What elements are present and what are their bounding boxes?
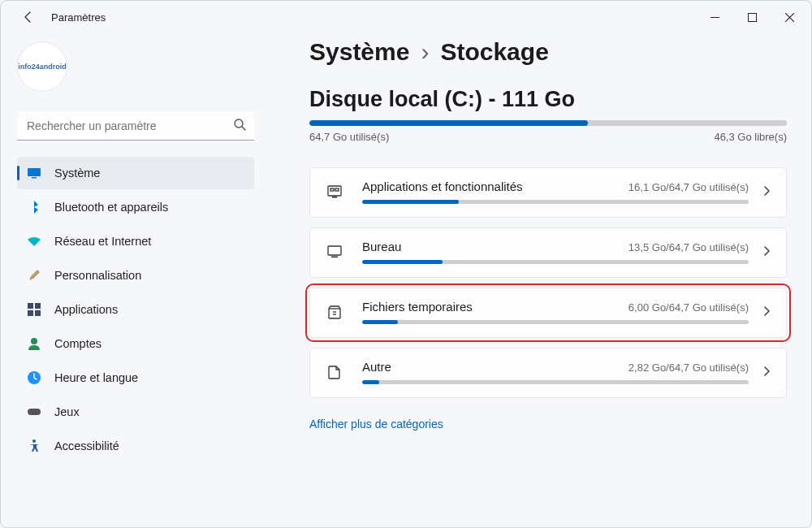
nav-label: Bluetooth et appareils	[54, 201, 168, 214]
svg-rect-1	[748, 13, 756, 21]
svg-rect-17	[335, 188, 339, 191]
main-content: Système › Stockage Disque local (C:) - 1…	[269, 33, 811, 527]
chevron-right-icon: ›	[421, 38, 429, 66]
category-bar	[362, 260, 749, 264]
category-icon	[325, 242, 344, 262]
category-icon	[325, 302, 344, 322]
nav-item-time-language[interactable]: Heure et langue	[17, 361, 254, 394]
disk-usage-bar	[309, 120, 787, 126]
disk-title: Disque local (C:) - 111 Go	[309, 87, 787, 112]
svg-rect-12	[28, 409, 41, 415]
nav-item-bluetooth[interactable]: Bluetooth et appareils	[17, 191, 254, 223]
nav-label: Heure et langue	[54, 371, 138, 384]
nav-item-personalization[interactable]: Personnalisation	[17, 259, 254, 292]
nav-label: Personnalisation	[54, 269, 141, 282]
chevron-right-icon	[762, 245, 771, 259]
breadcrumb-parent[interactable]: Système	[309, 38, 409, 66]
profile-logo-text: info24android	[18, 63, 67, 71]
close-button[interactable]	[771, 4, 808, 30]
apps-icon	[27, 302, 41, 317]
bluetooth-icon	[27, 200, 41, 214]
svg-point-2	[235, 119, 243, 128]
nav-item-system[interactable]: Système	[17, 157, 254, 189]
category-name: Autre	[362, 360, 391, 374]
nav-item-apps[interactable]: Applications	[17, 293, 254, 326]
category-usage: 6,00 Go/64,7 Go utilisé(s)	[628, 301, 749, 314]
user-icon	[27, 336, 41, 351]
back-button[interactable]	[17, 6, 40, 28]
svg-point-13	[32, 439, 36, 443]
wifi-icon	[27, 234, 41, 249]
storage-category-card[interactable]: Bureau 13,5 Go/64,7 Go utilisé(s)	[309, 227, 787, 278]
svg-rect-5	[32, 177, 37, 179]
storage-category-card[interactable]: Applications et fonctionnalités 16,1 Go/…	[309, 167, 787, 218]
category-bar	[362, 320, 749, 324]
breadcrumb: Système › Stockage	[309, 38, 787, 66]
svg-rect-9	[35, 310, 41, 316]
breadcrumb-current: Stockage	[440, 38, 548, 66]
profile-avatar[interactable]: info24android	[17, 41, 67, 92]
svg-rect-4	[28, 168, 41, 176]
disk-stats: 64,7 Go utilisé(s) 46,3 Go libre(s)	[309, 131, 787, 143]
svg-rect-19	[331, 257, 338, 258]
svg-point-10	[31, 338, 37, 344]
category-icon	[325, 182, 344, 201]
minimize-button[interactable]	[696, 4, 733, 30]
category-name: Applications et fonctionnalités	[362, 180, 523, 193]
show-more-link[interactable]: Afficher plus de catégories	[309, 418, 443, 431]
window-title: Paramètres	[51, 11, 106, 24]
category-icon	[325, 362, 344, 382]
svg-rect-18	[328, 246, 341, 255]
nav-label: Réseau et Internet	[54, 235, 151, 248]
nav-label: Système	[54, 167, 100, 180]
nav-list: Système Bluetooth et appareils Réseau et…	[17, 157, 254, 464]
category-usage: 16,1 Go/64,7 Go utilisé(s)	[628, 181, 749, 193]
category-bar	[362, 380, 749, 384]
nav-item-accessibility[interactable]: Accessibilité	[17, 430, 254, 462]
storage-category-card[interactable]: Fichiers temporaires 6,00 Go/64,7 Go uti…	[309, 288, 787, 338]
clock-icon	[27, 370, 41, 385]
accessibility-icon	[27, 439, 41, 453]
sidebar: info24android Système Bluetooth et appar…	[1, 33, 269, 527]
nav-item-accounts[interactable]: Comptes	[17, 327, 254, 360]
brush-icon	[27, 268, 41, 283]
search-box[interactable]	[17, 111, 254, 141]
svg-rect-16	[330, 188, 334, 191]
storage-category-card[interactable]: Autre 2,82 Go/64,7 Go utilisé(s)	[309, 348, 787, 398]
category-usage: 2,82 Go/64,7 Go utilisé(s)	[628, 361, 749, 374]
nav-label: Jeux	[54, 405, 80, 418]
category-usage: 13,5 Go/64,7 Go utilisé(s)	[628, 241, 749, 253]
svg-rect-6	[28, 303, 33, 309]
svg-line-3	[242, 127, 245, 130]
search-icon	[233, 118, 246, 134]
svg-rect-15	[332, 197, 337, 198]
nav-label: Comptes	[54, 337, 102, 350]
disk-free-text: 46,3 Go libre(s)	[714, 131, 787, 143]
monitor-icon	[27, 166, 41, 180]
category-bar	[362, 200, 749, 204]
nav-item-network[interactable]: Réseau et Internet	[17, 225, 254, 258]
chevron-right-icon	[762, 305, 771, 319]
category-name: Bureau	[362, 240, 401, 253]
nav-item-gaming[interactable]: Jeux	[17, 396, 254, 428]
svg-rect-0	[710, 17, 719, 18]
nav-label: Applications	[54, 303, 118, 316]
category-name: Fichiers temporaires	[362, 300, 473, 314]
maximize-button[interactable]	[733, 4, 771, 30]
disk-used-text: 64,7 Go utilisé(s)	[309, 131, 389, 143]
title-bar: Paramètres	[1, 1, 811, 33]
chevron-right-icon	[762, 184, 771, 199]
svg-rect-8	[28, 310, 33, 316]
svg-rect-7	[35, 303, 41, 309]
chevron-right-icon	[762, 365, 771, 379]
search-input[interactable]	[17, 111, 254, 141]
disk-usage-fill	[309, 120, 588, 126]
gamepad-icon	[27, 405, 41, 419]
nav-label: Accessibilité	[54, 439, 119, 452]
